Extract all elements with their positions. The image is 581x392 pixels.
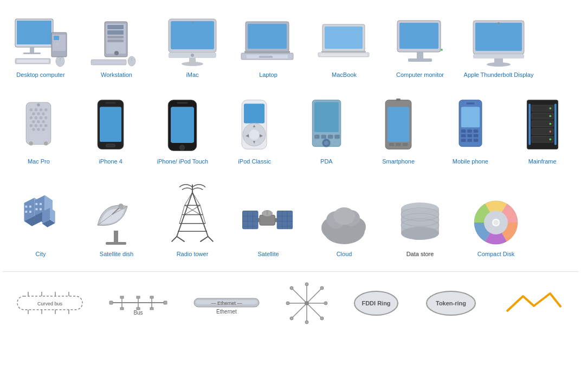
svg-point-50: [498, 22, 500, 24]
svg-rect-97: [328, 135, 333, 139]
item-imac[interactable]: iMac: [154, 5, 230, 81]
svg-rect-51: [27, 102, 51, 145]
svg-line-165: [200, 205, 203, 214]
svg-line-241: [292, 303, 307, 318]
svg-rect-106: [403, 143, 408, 146]
row-computers: Desktop computer: [3, 5, 578, 81]
icon-macbook: [311, 8, 378, 68]
svg-rect-46: [475, 23, 522, 51]
item-comm-link[interactable]: Comm-link Comm-link: [501, 291, 566, 324]
svg-rect-79: [106, 102, 116, 104]
svg-rect-1: [17, 21, 51, 44]
item-city[interactable]: City: [3, 185, 79, 260]
svg-rect-23: [171, 21, 214, 49]
label-smartphone: Smartphone: [382, 158, 415, 165]
svg-rect-148: [40, 208, 42, 210]
svg-point-243: [305, 301, 309, 305]
icon-imac: [159, 8, 226, 68]
icon-radio-tower: [159, 182, 226, 247]
svg-point-207: [493, 220, 499, 225]
svg-point-73: [29, 142, 33, 146]
item-data-store[interactable]: Data store: [382, 185, 458, 260]
item-iphone4[interactable]: iPhone 4: [75, 92, 147, 168]
label-compact-disk: Compact Disk: [477, 250, 514, 258]
svg-rect-220: [120, 296, 124, 298]
svg-point-52: [30, 108, 33, 111]
item-iphone-ipod-touch[interactable]: iPhone/ iPod Touch: [147, 92, 219, 168]
svg-rect-146: [40, 202, 42, 205]
item-token-ring[interactable]: Token-ring Token-ring: [424, 287, 478, 328]
item-bus[interactable]: Bus Bus: [108, 291, 168, 324]
item-ipod-classic[interactable]: ▲ ▼ ◀ ▶ iPod Classic: [218, 92, 290, 168]
icon-city: [7, 187, 74, 247]
svg-rect-2: [30, 47, 34, 53]
svg-point-74: [44, 142, 48, 146]
item-laptop[interactable]: Laptop: [230, 5, 306, 81]
svg-line-172: [177, 236, 184, 241]
item-radio-tower[interactable]: Radio tower: [154, 179, 230, 260]
svg-rect-94: [314, 102, 339, 132]
item-mobile-phone[interactable]: Mobile phone: [435, 92, 507, 168]
label-radio-tower: Radio tower: [177, 250, 209, 258]
svg-point-28: [191, 22, 193, 23]
label-imac: iMac: [186, 71, 198, 79]
label-cloud: Cloud: [337, 250, 352, 258]
svg-point-68: [40, 125, 42, 127]
item-smartphone[interactable]: Smartphone: [363, 92, 435, 168]
svg-rect-10: [54, 36, 59, 40]
svg-rect-102: [388, 107, 409, 142]
svg-point-58: [42, 113, 45, 115]
item-fddi-ring[interactable]: FDDI Ring FDDI Ring: [352, 287, 401, 328]
item-cloud[interactable]: Cloud: [306, 185, 382, 260]
svg-rect-181: [258, 218, 260, 222]
svg-text:— Ethernet —: — Ethernet —: [211, 300, 242, 306]
item-computer-monitor[interactable]: Computer monitor: [382, 5, 458, 81]
icon-mac-pro: [7, 95, 70, 154]
item-pda[interactable]: PDA: [290, 92, 363, 168]
svg-text:◀: ◀: [246, 133, 249, 138]
svg-rect-30: [248, 24, 287, 49]
item-ethernet[interactable]: — Ethernet — Ethernet Ethernet: [191, 291, 262, 324]
svg-rect-120: [528, 104, 531, 145]
svg-rect-223: [137, 296, 140, 298]
svg-rect-82: [171, 107, 194, 143]
label-laptop: Laptop: [259, 71, 277, 79]
item-satellite[interactable]: Satellite: [230, 185, 306, 260]
svg-rect-145: [35, 202, 37, 205]
item-compact-disk[interactable]: Compact Disk: [458, 185, 534, 260]
item-macbook[interactable]: MacBook: [306, 5, 382, 81]
svg-rect-3: [23, 53, 41, 54]
svg-rect-112: [461, 134, 466, 138]
label-ipod-classic: iPod Classic: [238, 158, 271, 165]
item-satellite-dish[interactable]: Satellite dish: [79, 185, 154, 260]
item-curved-bus[interactable]: Curved bus Curved bus: [15, 291, 85, 324]
svg-rect-150: [106, 242, 126, 245]
svg-rect-47: [473, 54, 524, 58]
svg-point-128: [549, 115, 551, 117]
icon-workstation: [83, 8, 150, 68]
svg-rect-117: [474, 139, 479, 142]
item-apple-thunderbolt[interactable]: Apple Thunderbolt Display: [458, 5, 539, 81]
svg-rect-86: [244, 104, 264, 123]
svg-text:▼: ▼: [252, 140, 256, 145]
label-city: City: [36, 250, 46, 258]
item-workstation[interactable]: Workstation: [79, 5, 154, 81]
svg-rect-41: [399, 23, 438, 49]
svg-rect-227: [150, 308, 153, 310]
icon-computer-monitor: [386, 8, 454, 68]
svg-point-129: [549, 123, 551, 125]
svg-point-70: [33, 128, 35, 131]
svg-point-251: [320, 317, 324, 320]
label-computer-monitor: Computer monitor: [396, 71, 444, 79]
svg-point-55: [44, 108, 47, 111]
svg-rect-142: [29, 205, 31, 207]
item-mainframe[interactable]: Mainframe: [506, 92, 578, 168]
item-desktop-computer[interactable]: Desktop computer: [3, 5, 79, 81]
svg-rect-103: [396, 99, 401, 101]
svg-rect-114: [474, 134, 479, 138]
item-mac-pro[interactable]: Mac Pro: [3, 92, 75, 168]
svg-point-197: [333, 207, 355, 225]
item-star[interactable]: Star Star: [285, 282, 328, 334]
label-mac-pro: Mac Pro: [28, 158, 50, 165]
svg-point-247: [324, 302, 327, 305]
